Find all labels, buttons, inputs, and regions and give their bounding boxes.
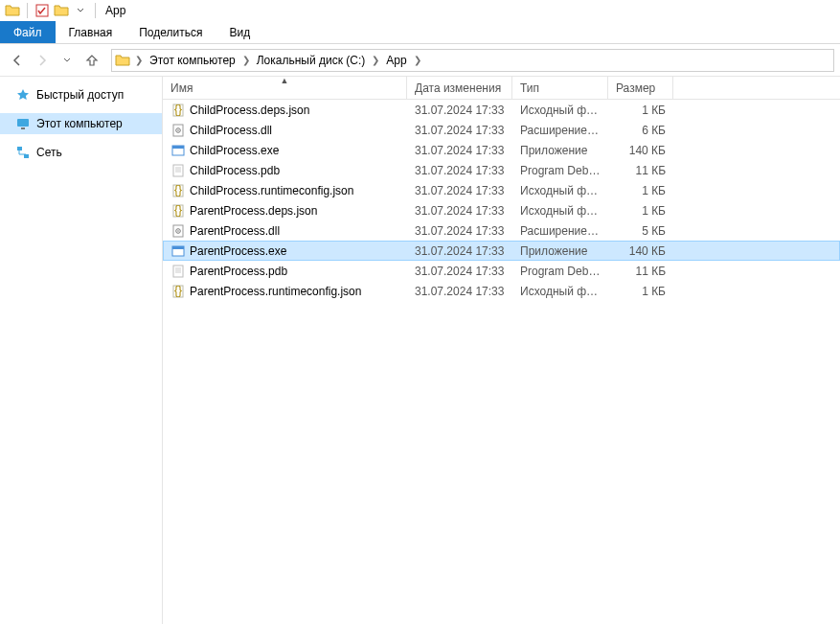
file-type-cell: Исходный файл… bbox=[512, 184, 608, 197]
file-date-cell: 31.07.2024 17:33 bbox=[407, 164, 512, 177]
file-size-cell: 1 КБ bbox=[608, 285, 673, 298]
file-date-cell: 31.07.2024 17:33 bbox=[407, 184, 512, 197]
chevron-right-icon[interactable]: ❯ bbox=[412, 55, 423, 65]
svg-rect-12 bbox=[173, 165, 183, 176]
forward-button[interactable] bbox=[31, 49, 54, 72]
network-icon bbox=[15, 145, 31, 160]
navigation-pane: Быстрый доступ Этот компьютер Сеть bbox=[0, 77, 163, 624]
nav-network[interactable]: Сеть bbox=[0, 142, 162, 163]
column-label: Имя bbox=[170, 81, 193, 95]
file-type-cell: Приложение bbox=[512, 244, 608, 258]
svg-text:{}: {} bbox=[174, 104, 182, 116]
breadcrumb-app[interactable]: App bbox=[381, 50, 411, 71]
qat-separator-2 bbox=[95, 3, 96, 18]
file-name-cell: ChildProcess.dll bbox=[163, 123, 407, 138]
column-label: Дата изменения bbox=[415, 81, 501, 95]
file-name-label: ChildProcess.runtimeconfig.json bbox=[190, 184, 353, 197]
file-icon: {} bbox=[170, 284, 186, 299]
back-button[interactable] bbox=[6, 49, 29, 72]
file-row[interactable]: {}ChildProcess.deps.json31.07.2024 17:33… bbox=[163, 100, 840, 120]
file-row[interactable]: ParentProcess.exe31.07.2024 17:33Приложе… bbox=[163, 241, 840, 261]
share-tab[interactable]: Поделиться bbox=[125, 21, 216, 43]
properties-icon[interactable] bbox=[34, 2, 51, 19]
file-name-label: ParentProcess.dll bbox=[190, 224, 280, 238]
svg-point-9 bbox=[177, 129, 179, 131]
file-size-cell: 1 КБ bbox=[608, 104, 673, 117]
column-size[interactable]: Размер bbox=[608, 77, 673, 99]
file-row[interactable]: ChildProcess.pdb31.07.2024 17:33Program … bbox=[163, 160, 840, 180]
file-name-label: ParentProcess.runtimeconfig.json bbox=[190, 285, 361, 298]
column-date[interactable]: Дата изменения bbox=[407, 77, 512, 99]
file-size-cell: 140 КБ bbox=[608, 144, 673, 157]
chevron-right-icon[interactable]: ❯ bbox=[240, 55, 252, 65]
file-row[interactable]: ChildProcess.exe31.07.2024 17:33Приложен… bbox=[163, 140, 840, 160]
nav-label: Этот компьютер bbox=[36, 117, 123, 130]
file-icon: {} bbox=[170, 203, 186, 219]
file-name-label: ChildProcess.exe bbox=[190, 144, 279, 157]
file-date-cell: 31.07.2024 17:33 bbox=[407, 124, 512, 137]
svg-text:{}: {} bbox=[174, 184, 182, 196]
qat-separator bbox=[27, 3, 28, 18]
file-type-cell: Исходный файл… bbox=[512, 204, 608, 218]
sort-ascending-icon: ▲ bbox=[281, 76, 289, 85]
nav-quick-access[interactable]: Быстрый доступ bbox=[0, 84, 162, 105]
file-icon bbox=[170, 223, 186, 239]
breadcrumb-label: Этот компьютер bbox=[149, 54, 236, 67]
file-icon bbox=[170, 143, 186, 158]
file-row[interactable]: ChildProcess.dll31.07.2024 17:33Расширен… bbox=[163, 120, 840, 140]
file-date-cell: 31.07.2024 17:33 bbox=[407, 204, 512, 218]
ribbon-tabs: Файл Главная Поделиться Вид bbox=[0, 21, 840, 44]
main-area: Быстрый доступ Этот компьютер Сеть Имя ▲… bbox=[0, 77, 840, 624]
file-tab[interactable]: Файл bbox=[0, 21, 56, 43]
file-name-cell: ChildProcess.pdb bbox=[163, 163, 407, 178]
breadcrumb-local-disk[interactable]: Локальный диск (C:) bbox=[252, 50, 371, 71]
column-name[interactable]: Имя ▲ bbox=[163, 77, 407, 99]
folder-icon bbox=[4, 2, 21, 19]
qat-dropdown-icon[interactable] bbox=[72, 2, 89, 19]
nav-this-pc[interactable]: Этот компьютер bbox=[0, 113, 162, 134]
file-date-cell: 31.07.2024 17:33 bbox=[407, 265, 512, 278]
svg-rect-4 bbox=[24, 154, 29, 158]
file-icon bbox=[170, 123, 186, 138]
star-icon bbox=[15, 87, 31, 103]
svg-point-19 bbox=[177, 230, 179, 232]
file-size-cell: 1 КБ bbox=[608, 204, 673, 218]
file-name-cell: {}ChildProcess.deps.json bbox=[163, 103, 407, 118]
new-folder-icon[interactable] bbox=[53, 2, 70, 19]
file-size-cell: 5 КБ bbox=[608, 224, 673, 238]
view-tab[interactable]: Вид bbox=[216, 21, 263, 43]
quick-access-toolbar bbox=[4, 2, 100, 19]
file-type-cell: Расширение пр… bbox=[512, 224, 608, 238]
file-name-cell: {}ParentProcess.runtimeconfig.json bbox=[163, 284, 407, 299]
file-date-cell: 31.07.2024 17:33 bbox=[407, 224, 512, 238]
file-icon bbox=[170, 163, 186, 178]
address-folder-icon bbox=[114, 52, 131, 69]
file-date-cell: 31.07.2024 17:33 bbox=[407, 144, 512, 157]
file-row[interactable]: ParentProcess.dll31.07.2024 17:33Расшире… bbox=[163, 220, 840, 241]
recent-locations-dropdown[interactable] bbox=[56, 49, 79, 72]
file-name-cell: {}ParentProcess.deps.json bbox=[163, 203, 407, 219]
file-row[interactable]: {}ChildProcess.runtimeconfig.json31.07.2… bbox=[163, 180, 840, 200]
file-type-cell: Program Debug … bbox=[512, 265, 608, 278]
window-title: App bbox=[105, 4, 125, 17]
chevron-right-icon[interactable]: ❯ bbox=[133, 55, 145, 65]
file-type-cell: Исходный файл… bbox=[512, 285, 608, 298]
address-bar[interactable]: ❯ Этот компьютер ❯ Локальный диск (C:) ❯… bbox=[111, 49, 834, 72]
up-button[interactable] bbox=[80, 49, 103, 72]
file-row[interactable]: ParentProcess.pdb31.07.2024 17:33Program… bbox=[163, 261, 840, 281]
chevron-right-icon[interactable]: ❯ bbox=[370, 55, 381, 65]
file-row[interactable]: {}ParentProcess.deps.json31.07.2024 17:3… bbox=[163, 200, 840, 220]
file-name-label: ChildProcess.dll bbox=[190, 124, 272, 137]
file-type-cell: Приложение bbox=[512, 144, 608, 157]
file-list-pane: Имя ▲ Дата изменения Тип Размер {}ChildP… bbox=[163, 77, 840, 624]
home-tab[interactable]: Главная bbox=[56, 21, 126, 43]
column-type[interactable]: Тип bbox=[512, 77, 608, 99]
svg-rect-22 bbox=[173, 266, 183, 277]
file-row[interactable]: {}ParentProcess.runtimeconfig.json31.07.… bbox=[163, 281, 840, 301]
monitor-icon bbox=[15, 116, 31, 131]
file-type-cell: Исходный файл… bbox=[512, 104, 608, 117]
file-size-cell: 140 КБ bbox=[608, 244, 673, 258]
title-bar: App bbox=[0, 0, 840, 21]
breadcrumb-this-pc[interactable]: Этот компьютер bbox=[145, 50, 240, 71]
breadcrumb-label: Локальный диск (C:) bbox=[257, 54, 366, 67]
